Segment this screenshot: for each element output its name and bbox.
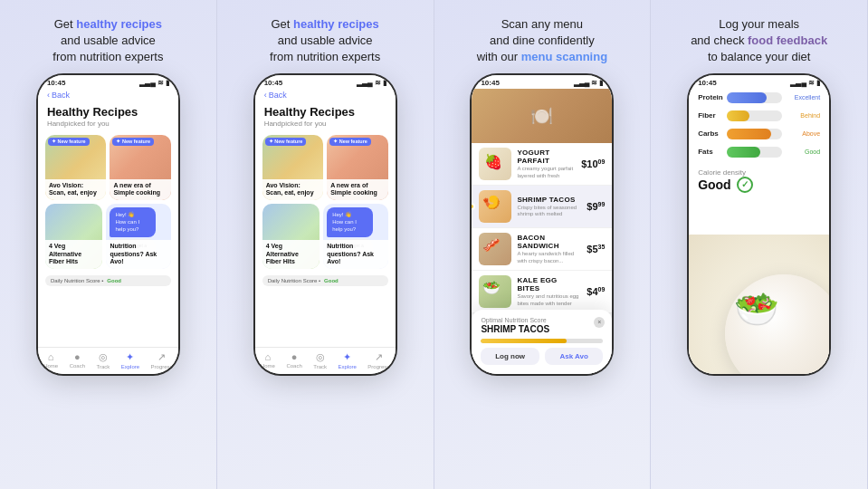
menu-item-desc-shrimp: Crispy bites of seasoned shrimp with mel… [517,205,581,217]
nav-explore-1[interactable]: ✦Explore [121,351,139,369]
phone-frame-1: 10:45 ▂▃▄ ≋ ▮ ‹ Back Healthy Recipes Han… [38,75,178,374]
recipe-card-veg-2[interactable]: 4 Veg AlternativeFiber Hits [262,204,320,269]
new-feature-badge-2a: ✦ New feature [265,138,307,146]
nut-row-fiber: Fiber Behind [698,110,820,121]
ask-avo-button[interactable]: Ask Avo [545,348,604,365]
menu-item-bacon[interactable]: BACON SANDWICH A hearty sandwich filled … [472,228,612,271]
recipe-card-label-nutrition: Nutritionquestions? AskAvo! [106,240,171,268]
nut-row-protein: Protein Excellent [698,92,820,103]
recipe-card-nutrition[interactable]: Hey! 👋How can I help you? Hey, can I get… [106,204,171,269]
nav-track-1[interactable]: ◎Track [96,351,110,369]
signal-icon-3: ▂▃▄ [574,79,590,87]
recipe-card-nutrition-2[interactable]: Hey! 👋How can I help you? Hey, can I get… [323,204,388,269]
back-arrow-icon-2: ‹ [264,91,267,100]
new-feature-badge-2: ✦ New feature [112,138,154,146]
menu-item-shrimp[interactable]: SHRIMP TACOS Crispy bites of seasoned sh… [472,186,612,228]
price-dollar-kale: $4 [587,286,597,297]
status-icons-1: ▂▃▄ ≋ ▮ [139,79,169,87]
recipe-card-label-simple-2: A new era ofSimple cooking [327,179,388,200]
nutrition-popup: × Optimal Nutrition Score SHRIMP TACOS L… [472,310,612,374]
explore-icon-2: ✦ [343,351,351,363]
recipe-subtitle-2: Handpicked for you [255,120,396,131]
recipe-title-2: Healthy Recipes [255,101,396,120]
calorie-check-icon: ✓ [737,177,753,193]
nav-home-2[interactable]: ⌂Home [261,351,275,369]
recipe-cards-1: ✦ New feature Avo Vision:Scan, eat, enjo… [38,131,178,292]
recipe-subtitle-1: Handpicked for you [38,120,178,131]
daily-score-value: Good [107,278,121,283]
recipe-card-veg[interactable]: 4 Veg AlternativeFiber Hits [45,204,103,269]
nav-track-label: Track [96,364,110,369]
nav-progress-2[interactable]: ↗Progress [367,351,389,369]
nav-coach-2[interactable]: ●Coach [286,351,301,369]
track-icon: ◎ [99,351,108,363]
nav-track-label-2: Track [313,364,327,369]
daily-score-row: Daily Nutrition Score • Good [45,273,171,289]
battery-icon-2: ▮ [383,79,386,87]
recipe-card-simple-2[interactable]: ✦ New feature A new era ofSimple cooking [327,135,388,200]
new-feature-badge-1: ✦ New feature [48,138,90,146]
nut-label-carbs: Carbs [698,129,723,138]
status-icons-3: ▂▃▄ ≋ ▮ [574,79,604,87]
menu-item-name-bacon: BACON SANDWICH [517,234,581,250]
nut-row-fats: Fats Good [698,147,820,158]
menu-item-yogurt[interactable]: YOGURT PARFAIT A creamy yogurt parfait l… [472,143,612,186]
explore-icon: ✦ [126,351,134,363]
menu-item-info-shrimp: SHRIMP TACOS Crispy bites of seasoned sh… [517,196,581,217]
recipe-card-avo[interactable]: ✦ New feature Avo Vision:Scan, eat, enjo… [45,135,107,200]
popup-close-button[interactable]: × [594,317,605,328]
menu-item-price-shrimp: $999 [587,201,605,212]
nutrition-bars-container: Protein Excellent Fiber Behind Carbs [689,89,829,235]
nut-bar-carbs [727,129,771,139]
nav-back-1[interactable]: ‹ Back [38,89,178,101]
recipe-title-1: Healthy Recipes [38,101,178,120]
chat-bubble-1: Hey! 👋How can I help you? [110,207,156,237]
price-dollar-shrimp: $9 [587,201,597,212]
bottom-nav-1: ⌂Home ●Coach ◎Track ✦Explore ↗Progress [38,347,178,374]
home-icon: ⌂ [48,351,54,362]
recipe-card-simple[interactable]: ✦ New feature A new era ofSimple cooking [110,135,171,200]
nav-coach-1[interactable]: ●Coach [70,351,85,369]
nut-bar-container-protein [727,92,782,103]
nav-coach-label: Coach [70,363,85,369]
recipe-card-label-simple: A new era ofSimple cooking [110,179,171,200]
nav-track-2[interactable]: ◎Track [313,351,327,369]
log-now-button[interactable]: Log now [481,348,539,365]
battery-icon: ▮ [166,79,169,87]
daily-score-row-2: Daily Nutrition Score • Good [262,273,388,289]
recipe-card-avo-2[interactable]: ✦ New feature Avo Vision:Scan, eat, enjo… [262,135,324,200]
battery-icon-4: ▮ [816,79,820,87]
nav-explore-label-2: Explore [339,364,357,369]
nav-back-2[interactable]: ‹ Back [255,89,396,101]
price-cents-kale: 09 [598,286,606,292]
panel-3-heading: Scan any menuand dine confidentlywith ou… [477,16,608,66]
signal-icon: ▂▃▄ [139,79,156,87]
price-dollar-yogurt: $10 [581,158,597,169]
nutrition-tracking-screen: Protein Excellent Fiber Behind Carbs [689,89,829,374]
recipe-card-label-avo-2: Avo Vision:Scan, eat, enjoy [262,179,324,200]
nav-home-1[interactable]: ⌂Home [43,351,58,369]
panel-menu-scan: Scan any menuand dine confidentlywith ou… [434,0,652,489]
calorie-value: Good ✓ [698,177,820,193]
wifi-icon-2: ≋ [375,79,381,87]
status-icons-4: ▂▃▄ ≋ ▮ [790,79,820,87]
nut-bar-container-fiber [727,110,782,121]
menu-item-kale[interactable]: KALE EGG BITES Savory and nutritious egg… [472,271,612,313]
nav-explore-2[interactable]: ✦Explore [339,351,357,369]
status-bar-2: 10:45 ▂▃▄ ≋ ▮ [255,75,396,89]
recipe-row-1: ✦ New feature Avo Vision:Scan, eat, enjo… [45,135,171,200]
nav-coach-label-2: Coach [286,363,301,369]
menu-item-info-yogurt: YOGURT PARFAIT A creamy yogurt parfait l… [517,149,576,178]
menu-item-info-kale: KALE EGG BITES Savory and nutritious egg… [517,276,581,306]
nav-progress-1[interactable]: ↗Progress [151,351,173,369]
wifi-icon: ≋ [157,79,164,87]
menu-bg-text: 🍽️ [530,105,553,127]
menu-scan-screen: 🍽️ YOGURT PARFAIT A creamy yogurt parfai… [472,89,612,374]
nav-explore-label: Explore [121,364,139,369]
price-dollar-bacon: $5 [587,244,597,254]
home-icon-2: ⌂ [265,351,272,362]
popup-action-buttons: Log now Ask Avo [481,348,603,365]
recipe-row-2b: 4 Veg AlternativeFiber Hits Hey! 👋How ca… [262,204,388,269]
popup-item-name: SHRIMP TACOS [481,324,603,334]
menu-scanning-highlight: menu scanning [521,50,607,63]
